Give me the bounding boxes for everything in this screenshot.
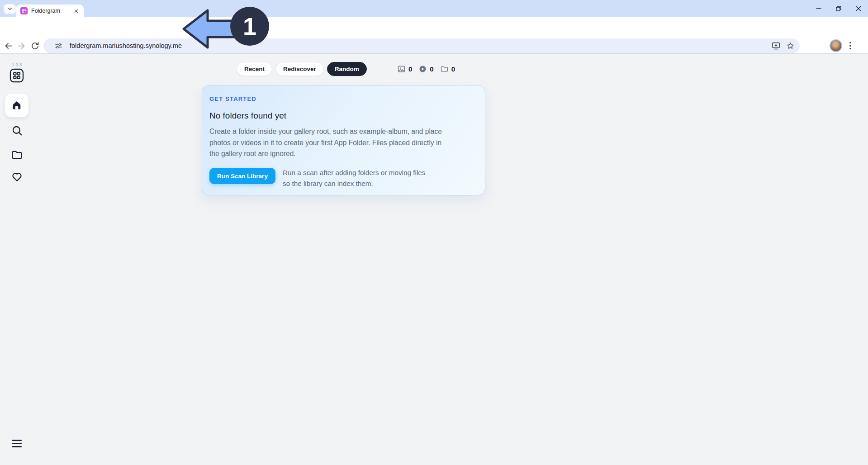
restore-icon xyxy=(835,5,842,12)
app-logo[interactable] xyxy=(9,68,24,83)
sidebar-item-folders[interactable] xyxy=(11,149,23,161)
heart-icon xyxy=(11,171,23,183)
play-icon xyxy=(418,65,427,73)
reload-icon xyxy=(30,41,40,51)
forward-icon xyxy=(17,41,26,51)
kebab-dot xyxy=(849,42,851,44)
image-icon xyxy=(397,65,406,73)
search-icon xyxy=(11,125,23,137)
star-icon xyxy=(786,41,795,51)
home-icon xyxy=(11,100,22,111)
card-body-text: Create a folder inside your gallery root… xyxy=(209,126,449,160)
restore-button[interactable] xyxy=(835,5,842,12)
run-scan-library-button[interactable]: Run Scan Library xyxy=(209,168,275,184)
tab-title: Foldergram xyxy=(31,8,72,14)
sidebar-menu-button[interactable] xyxy=(12,440,22,447)
folder-count: 0 xyxy=(451,65,455,73)
card-title: No folders found yet xyxy=(209,111,286,121)
tab-search-button[interactable] xyxy=(4,4,16,14)
profile-avatar[interactable] xyxy=(830,39,842,52)
folder-icon xyxy=(440,65,449,73)
url-text[interactable]: foldergram.mariushosting.synology.me xyxy=(70,38,182,53)
sidebar-item-search[interactable] xyxy=(11,124,23,137)
close-icon xyxy=(855,5,862,12)
back-button[interactable] xyxy=(3,40,14,51)
sidebar-item-favorites[interactable] xyxy=(11,171,23,183)
grid-logo-icon xyxy=(9,68,24,83)
install-app-button[interactable] xyxy=(771,41,781,51)
browser-toolbar: foldergram.mariushosting.synology.me xyxy=(0,17,868,54)
folder-icon xyxy=(11,149,23,161)
tab-random[interactable]: Random xyxy=(327,62,367,76)
tab-rediscover[interactable]: Rediscover xyxy=(275,62,324,76)
close-window-button[interactable] xyxy=(855,5,862,12)
tab-recent[interactable]: Recent xyxy=(237,62,272,76)
card-eyebrow: GET STARTED xyxy=(209,95,256,102)
reload-button[interactable] xyxy=(29,40,40,51)
view-switcher: Recent Rediscover Random xyxy=(237,62,367,76)
minimize-button[interactable] xyxy=(816,5,822,12)
install-icon xyxy=(771,41,781,51)
close-icon xyxy=(74,9,79,14)
url-bar[interactable]: foldergram.mariushosting.synology.me xyxy=(43,38,800,53)
chevron-down-icon xyxy=(7,6,13,12)
kebab-dot xyxy=(849,45,851,47)
back-icon xyxy=(4,41,13,51)
menu-bar xyxy=(12,446,22,447)
kebab-dot xyxy=(849,48,851,50)
photo-counter: 0 xyxy=(397,65,412,73)
folder-counter: 0 xyxy=(440,65,455,73)
tune-icon xyxy=(54,42,63,50)
card-note-text: Run a scan after adding folders or movin… xyxy=(283,167,434,189)
site-info-button[interactable] xyxy=(54,42,63,50)
minimize-icon xyxy=(816,5,822,12)
sidebar-item-home[interactable] xyxy=(5,94,28,117)
app-version: 1.0.6 xyxy=(0,62,34,67)
foldergram-favicon xyxy=(20,7,28,14)
browser-menu-button[interactable] xyxy=(849,41,852,51)
get-started-card: GET STARTED No folders found yet Create … xyxy=(202,85,485,195)
video-count: 0 xyxy=(430,65,433,73)
forward-button[interactable] xyxy=(16,40,27,51)
bookmark-star-button[interactable] xyxy=(785,41,796,51)
photo-count: 0 xyxy=(408,65,412,73)
tab-close-button[interactable] xyxy=(72,7,80,15)
menu-bar xyxy=(12,440,22,441)
library-counters: 0 0 0 xyxy=(397,64,455,74)
menu-bar xyxy=(12,443,22,444)
browser-tab-strip: Foldergram xyxy=(0,0,868,17)
video-counter: 0 xyxy=(418,65,433,73)
window-controls xyxy=(816,0,862,17)
browser-tab[interactable]: Foldergram xyxy=(16,5,84,17)
